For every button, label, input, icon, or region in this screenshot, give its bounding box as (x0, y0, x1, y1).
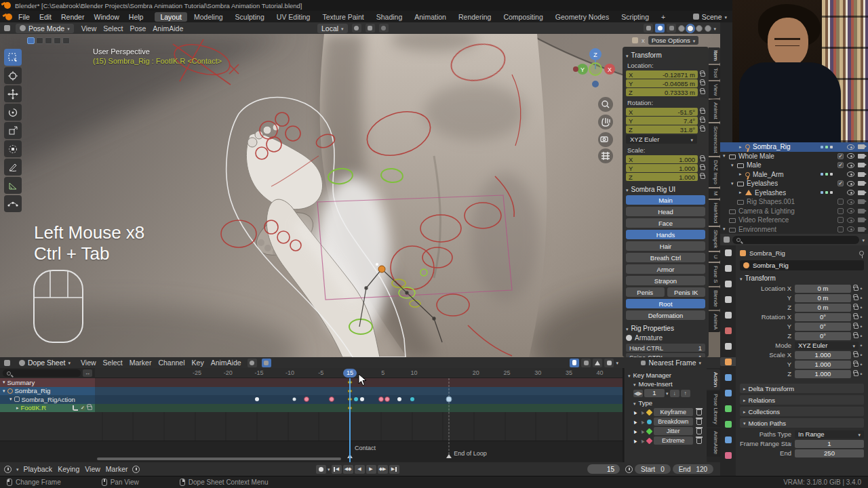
outliner-row[interactable]: ▾ Male (720, 161, 868, 170)
keyframe[interactable] (360, 397, 364, 401)
object-data-icon[interactable] (720, 404, 736, 413)
workspace-tab[interactable]: Modeling (189, 12, 229, 22)
bone-icon[interactable] (720, 420, 736, 428)
key-type-row[interactable]: ▲ ▲ Extreme (632, 436, 703, 445)
jump-to-start-button[interactable]: ◀ (332, 465, 342, 474)
panel-close[interactable]: x (642, 37, 645, 44)
outliner-row[interactable]: ▸ Eyelashes (720, 188, 868, 198)
exclude-checkbox[interactable] (837, 208, 844, 214)
lock-icon[interactable] (854, 287, 859, 291)
lock-icon[interactable] (701, 73, 705, 77)
transform-tool[interactable] (4, 140, 22, 157)
selected-bone-dot[interactable] (378, 266, 385, 272)
render-camera-icon[interactable] (858, 190, 865, 195)
rig-property-slider[interactable]: Spine CTRL1 (626, 353, 705, 357)
topbar-menu[interactable]: Window (89, 12, 123, 22)
trash-icon[interactable] (696, 428, 702, 434)
insert-up-button[interactable]: ↑ (681, 390, 690, 397)
sidebar-tab[interactable]: Fuse S (709, 263, 720, 285)
scale-row[interactable]: Y 1.000 • (740, 360, 864, 369)
render-camera-icon[interactable] (858, 144, 865, 149)
workspace-tab[interactable]: Shading (371, 12, 408, 22)
motion-paths-header[interactable]: ▾Motion Paths (740, 418, 864, 428)
pivot-point-button[interactable] (352, 24, 361, 33)
pose-options-dropdown[interactable]: Pose Options ▾ (648, 36, 699, 45)
deselect-cursor-icon[interactable]: ▲ (638, 427, 646, 435)
sidebar-tab[interactable]: HairMod (709, 200, 720, 226)
key-type-row[interactable]: ▲ ▲ Breakdown (632, 418, 703, 426)
editor-type-icon[interactable] (4, 360, 10, 366)
render-camera-icon[interactable] (858, 227, 865, 232)
dope-sidebar-tab[interactable]: Pose Library (707, 391, 720, 427)
lock-icon[interactable] (701, 166, 705, 170)
orientation-dropdown[interactable]: Local ▾ (317, 24, 348, 33)
channel-search-input[interactable] (3, 369, 81, 377)
animate-dot[interactable]: • (859, 332, 864, 340)
rig-layer-button[interactable]: Breath Ctrl (626, 253, 705, 262)
workspace-tab[interactable]: Animation (409, 12, 452, 22)
key-manager-header[interactable]: ▾Key Manager (628, 371, 703, 379)
render-camera-icon[interactable] (858, 172, 865, 177)
sidebar-tab[interactable]: View (709, 81, 720, 98)
viewport-menu[interactable]: Select (101, 24, 125, 33)
outliner-row[interactable]: ▸ Male_Arm (720, 170, 868, 180)
object-name-field[interactable]: Sombra_Rig (740, 260, 864, 270)
dope-sidebar-tab[interactable]: AnimAide (707, 428, 720, 457)
select-box-tool[interactable] (4, 49, 22, 66)
collapsed-panel-header[interactable]: ▸Relations (740, 395, 864, 405)
topbar-menu[interactable]: Render (56, 12, 89, 22)
view-layer-icon[interactable] (720, 295, 736, 304)
texture-icon[interactable] (720, 451, 736, 460)
snapshot-button[interactable] (262, 359, 271, 367)
sidebar-tab[interactable]: M (709, 188, 720, 199)
sidebar-tab[interactable]: Shapek (709, 227, 720, 251)
render-icon[interactable] (720, 264, 736, 272)
animate-dot[interactable]: • (859, 361, 864, 368)
hide-eye-icon[interactable] (847, 163, 854, 168)
lock-icon[interactable] (854, 334, 859, 338)
show-hidden-button[interactable] (581, 359, 591, 367)
timeline-editor-icon[interactable] (4, 466, 12, 473)
viewport-menu[interactable]: Pose (127, 24, 148, 33)
rig-property-slider[interactable]: Hand CTRL1 (626, 344, 705, 352)
render-camera-icon[interactable] (858, 218, 865, 222)
scale-row[interactable]: Z 1.000 • (740, 369, 864, 378)
outliner-row[interactable]: ▾ Eyelashes (720, 179, 868, 188)
rig-layer-button[interactable]: Main (626, 195, 705, 205)
xray-toggle-button[interactable] (667, 24, 676, 33)
viewport-3d[interactable]: User Perspective (15) Sombra_Rig : FootI… (0, 34, 720, 357)
lock-icon[interactable] (854, 372, 859, 376)
keyframe[interactable] (329, 396, 334, 402)
motion-path-row[interactable]: Frame Range Start 1 (740, 439, 864, 448)
deselect-cursor-icon[interactable]: ▲ (638, 408, 646, 416)
trash-icon[interactable] (696, 438, 702, 444)
play-button[interactable]: ▶ (366, 465, 376, 474)
expand-arrow-icon[interactable]: ▾ (731, 181, 737, 186)
scale-row[interactable]: Scale X 1.000 • (740, 350, 864, 359)
expand-arrow-icon[interactable]: ▾ (723, 226, 729, 232)
exclude-checkbox[interactable] (837, 162, 844, 168)
render-camera-icon[interactable] (858, 181, 865, 186)
workspace-tab[interactable]: + (656, 12, 671, 22)
frame-start-field[interactable]: Start 0 (635, 464, 671, 474)
transform-row[interactable]: Y 0° • (740, 322, 864, 331)
insert-down-button[interactable]: ↓ (670, 390, 679, 397)
rig-layer-button[interactable]: Hair (626, 241, 705, 251)
sidebar-tab[interactable]: Animat (709, 100, 720, 122)
key-type-row[interactable]: ▲ ▲ Keyframe (632, 408, 703, 416)
transform-row[interactable]: Location X 0 m • (740, 284, 864, 293)
animate-dot[interactable]: • (859, 304, 864, 311)
hide-eye-icon[interactable] (847, 153, 854, 159)
properties-editor-icon[interactable] (724, 237, 730, 243)
play-reverse-button[interactable]: ◀ (355, 465, 365, 474)
transform-panel-header[interactable]: ▾Transform (626, 52, 705, 59)
rig-ui-panel-header[interactable]: ▾Sombra Rig UI (626, 186, 705, 193)
world-icon[interactable] (720, 326, 736, 335)
only-errors-button[interactable] (593, 359, 602, 367)
lock-icon[interactable] (701, 110, 705, 114)
shading-wireframe-button[interactable] (678, 25, 685, 32)
dope-menu[interactable]: Channel (157, 359, 186, 367)
animate-dot[interactable]: • (859, 285, 864, 292)
scene-selector[interactable]: Scene (702, 13, 722, 21)
animate-dot[interactable]: • (859, 370, 864, 378)
